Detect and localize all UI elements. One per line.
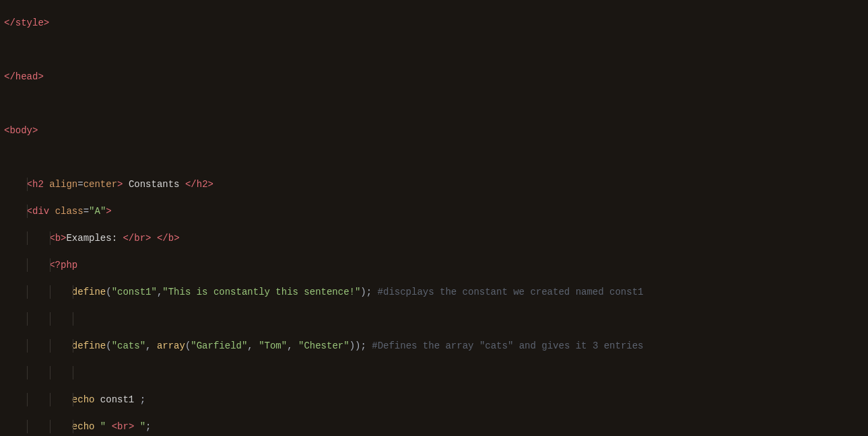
- string-content: const1: [117, 287, 151, 297]
- tag-bracket: >: [208, 179, 213, 190]
- tag-name: h2: [32, 179, 44, 190]
- tag-bracket: >: [106, 206, 111, 217]
- semicolon: ;: [140, 394, 145, 405]
- tag-bracket: </: [4, 71, 15, 82]
- code-line[interactable]: echo " <br> ";: [4, 420, 864, 433]
- tag-bracket: >: [145, 233, 151, 244]
- code-line[interactable]: [4, 43, 864, 57]
- tag-name: br: [134, 233, 145, 244]
- paren: (: [106, 340, 111, 351]
- tag-name: br: [117, 421, 129, 432]
- tag-name: style: [15, 17, 44, 28]
- tag-bracket: </: [157, 233, 168, 244]
- tag-name: head: [15, 71, 38, 82]
- code-line[interactable]: </head>: [4, 70, 864, 83]
- code-line[interactable]: echo const1 ;: [4, 393, 864, 406]
- text-content: Constants: [129, 179, 180, 190]
- space: [372, 287, 377, 297]
- code-line[interactable]: [4, 151, 864, 164]
- space: [253, 340, 259, 351]
- string-content: Tom: [265, 340, 281, 351]
- string-content: This is constantly this sentence!: [168, 287, 355, 297]
- code-line[interactable]: <h2 align=center> Constants </h2>: [4, 178, 864, 191]
- quote: ": [140, 421, 145, 432]
- quote: ": [191, 340, 196, 351]
- comma: ,: [287, 340, 292, 351]
- tag-bracket: </: [185, 179, 197, 190]
- attr-name: align: [49, 179, 77, 190]
- quote: ": [343, 340, 349, 351]
- keyword: echo: [72, 421, 95, 432]
- comma: ,: [247, 340, 253, 351]
- function-name: array: [157, 340, 185, 351]
- code-editor[interactable]: </style> </head> <body> <h2 align=center…: [0, 0, 868, 436]
- php-keyword: php: [61, 260, 77, 270]
- space: [123, 179, 128, 190]
- tag-bracket: >: [174, 233, 179, 244]
- space: [152, 233, 157, 244]
- paren: ): [360, 287, 366, 297]
- space: [44, 179, 49, 190]
- string-content: Chester: [304, 340, 343, 351]
- tag-name: b: [55, 233, 61, 244]
- code-line[interactable]: define("const1","This is constantly this…: [4, 285, 864, 299]
- tag-name: div: [32, 206, 49, 217]
- quote: ": [162, 287, 168, 297]
- equals: =: [77, 179, 83, 190]
- tag-bracket: >: [44, 17, 49, 28]
- php-open: <?: [49, 260, 61, 270]
- comment: #Defines the array "cats" and gives it 3…: [372, 340, 643, 351]
- code-line[interactable]: [4, 97, 864, 110]
- constant: const1: [100, 394, 134, 405]
- code-line[interactable]: <body>: [4, 124, 864, 137]
- quote: ": [100, 421, 106, 432]
- semicolon: ;: [360, 340, 366, 351]
- code-line[interactable]: <b>Examples: </br> </b>: [4, 231, 864, 245]
- string-content: cats: [117, 340, 140, 351]
- quote: ": [281, 340, 287, 351]
- attr-name: class: [55, 206, 84, 217]
- semicolon: ;: [145, 421, 151, 432]
- tag-bracket: >: [32, 125, 38, 136]
- space: [94, 421, 100, 432]
- text-content: Examples:: [66, 233, 117, 244]
- quote: ": [259, 340, 264, 351]
- tag-name: body: [9, 125, 32, 136]
- space: [151, 340, 156, 351]
- code-line[interactable]: define("cats", array("Garfield", "Tom", …: [4, 339, 864, 353]
- code-line[interactable]: <?php: [4, 258, 864, 272]
- attr-value: A: [94, 206, 100, 217]
- code-line[interactable]: [4, 312, 864, 326]
- quote: ": [112, 287, 117, 297]
- equals: =: [84, 206, 89, 217]
- code-line[interactable]: </style>: [4, 16, 864, 30]
- quote: ": [112, 340, 117, 351]
- paren: ): [349, 340, 355, 351]
- quote: ": [140, 340, 145, 351]
- space: [49, 206, 55, 217]
- function-name: define: [72, 287, 106, 297]
- quote: ": [151, 287, 156, 297]
- keyword: echo: [72, 394, 95, 405]
- paren: (: [106, 287, 111, 297]
- space: [134, 421, 139, 432]
- space: [366, 340, 372, 351]
- tag-name: h2: [197, 179, 208, 190]
- tag-bracket: <: [112, 421, 117, 432]
- code-line[interactable]: [4, 366, 864, 379]
- function-name: define: [72, 340, 106, 351]
- tag-name: b: [168, 233, 174, 244]
- space: [180, 179, 185, 190]
- string-content: Garfield: [197, 340, 242, 351]
- space: [106, 421, 111, 432]
- attr-value: center: [84, 179, 117, 190]
- tag-bracket: </: [4, 17, 15, 28]
- semicolon: ;: [366, 287, 372, 297]
- space: [134, 394, 139, 405]
- comment: #discplays the constant we created named…: [378, 287, 644, 297]
- space: [293, 340, 298, 351]
- space: [94, 394, 100, 405]
- tag-bracket: >: [38, 71, 43, 82]
- tag-bracket: </: [123, 233, 134, 244]
- code-line[interactable]: <div class="A">: [4, 205, 864, 218]
